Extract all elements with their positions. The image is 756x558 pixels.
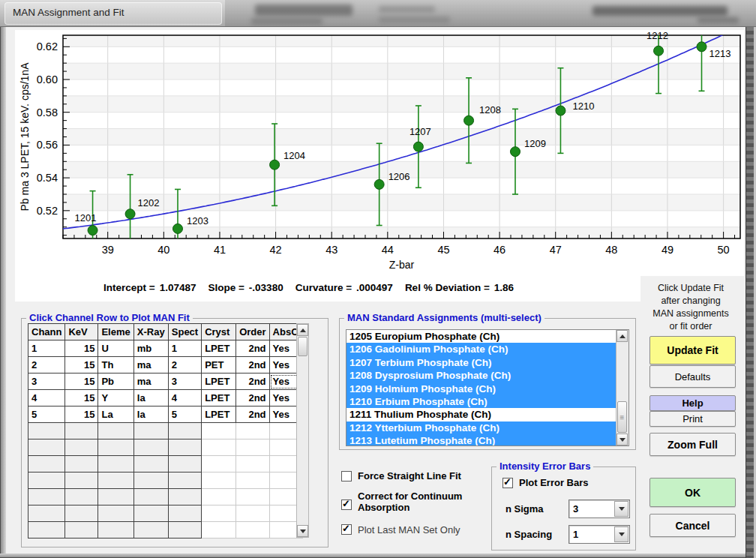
man-fit-plot: 3940414243444546474849500.520.540.560.58… [15, 30, 744, 276]
assignment-item[interactable]: 1207 Terbium Phosphate (Ch) [346, 356, 616, 369]
background-window-blur [255, 4, 352, 16]
assignments-listbox[interactable]: 1205 Europium Phosphate (Ch)1206 Gadolin… [346, 329, 629, 446]
table-cell: 1 [168, 340, 201, 357]
svg-text:40: 40 [158, 244, 170, 256]
table-cell: 15 [65, 390, 98, 406]
ok-button[interactable]: OK [650, 478, 736, 507]
table-cell: 1 [28, 340, 65, 357]
n-spacing-select[interactable]: 1 [568, 525, 630, 544]
assignment-item[interactable]: 1211 Thulium Phosphate (Ch) [346, 408, 616, 421]
svg-text:Pb ma 3 LPET, 15 keV. cps/1nA: Pb ma 3 LPET, 15 keV. cps/1nA [19, 62, 31, 212]
assignment-item[interactable]: 1208 Dysprosium Phosphate (Ch) [346, 369, 616, 382]
channel-row[interactable]: 315Pbma3LPET2ndYes [28, 374, 303, 390]
assignments-group-title: MAN Standard Assignments (multi-select) [344, 312, 544, 323]
point-label-1212: 1212 [646, 30, 668, 41]
data-point-1206 [374, 179, 384, 189]
point-label-1204: 1204 [284, 150, 305, 161]
table-cell: 2nd [236, 357, 269, 374]
n-sigma-select[interactable]: 3 [568, 500, 630, 518]
assignment-item[interactable]: 1210 Erbium Phosphate (Ch) [346, 395, 616, 408]
dialog-body: 3940414243444546474849500.520.540.560.58… [6, 27, 746, 554]
help-button[interactable]: Help [650, 395, 736, 411]
man-assignment-dialog: MAN Assignment and Fit 39404142434445464… [0, 0, 756, 558]
scrollbar-thumb[interactable]: ≡ [617, 401, 627, 433]
curvature-label: Curvature = [296, 282, 352, 293]
intensity-error-bars-title: Intensity Error Bars [496, 460, 593, 472]
continuum-absorption-checkbox[interactable] [341, 500, 352, 510]
scroll-up-icon[interactable] [616, 330, 628, 342]
assignment-item[interactable]: 1205 Europium Phosphate (Ch) [346, 330, 616, 343]
scroll-up-icon[interactable] [297, 324, 308, 336]
table-cell: 15 [65, 357, 98, 374]
table-cell: ma [134, 374, 168, 390]
channel-table-scrollbar[interactable] [296, 323, 309, 538]
data-point-1210 [556, 106, 566, 116]
column-header: KeV [65, 324, 98, 340]
table-cell: 2 [168, 357, 201, 374]
svg-text:0.52: 0.52 [37, 205, 58, 217]
force-straight-line-label: Force Straight Line Fit [358, 470, 461, 482]
table-cell: 4 [168, 390, 201, 406]
chevron-down-icon[interactable] [614, 526, 628, 542]
n-spacing-label: n Spacing [506, 529, 552, 540]
slope-value: -.03380 [249, 282, 284, 293]
point-label-1208: 1208 [479, 104, 501, 116]
channel-row[interactable]: 515Lala5LPET2ndYes [28, 406, 303, 423]
defaults-button[interactable]: Defaults [650, 365, 736, 388]
scrollbar-thumb[interactable] [298, 337, 308, 356]
assignment-item[interactable]: 1212 Ytterbium Phosphate (Ch) [346, 422, 616, 434]
empty-row [28, 506, 303, 522]
plot-last-man-set-checkbox[interactable] [341, 524, 352, 535]
scroll-down-icon[interactable] [297, 525, 308, 537]
zoom-full-button[interactable]: Zoom Full [650, 433, 736, 456]
data-point-1201 [88, 226, 98, 236]
table-cell: 15 [65, 340, 98, 357]
scroll-down-icon[interactable] [616, 434, 628, 446]
assignment-item[interactable]: 1206 Gadolinium Phosphate (Ch) [346, 343, 616, 356]
assignment-item[interactable]: 1213 Lutetium Phosphate (Ch) [346, 434, 616, 446]
data-point-1202 [125, 209, 135, 219]
table-cell: mb [134, 340, 168, 357]
slope-label: Slope = [208, 282, 244, 293]
point-label-1213: 1213 [710, 48, 731, 59]
force-straight-line-checkbox[interactable] [341, 471, 352, 482]
svg-text:39: 39 [102, 244, 114, 256]
svg-text:0.56: 0.56 [37, 139, 58, 151]
assignment-item[interactable]: 1209 Holmium Phosphate (Ch) [346, 382, 616, 395]
window-frame [0, 27, 6, 558]
svg-text:43: 43 [326, 244, 338, 256]
table-cell: ma [134, 357, 168, 374]
channel-row[interactable]: 115Umb1LPET2ndYes [28, 340, 303, 357]
man-fit-chart-panel: 3940414243444546474849500.520.540.560.58… [15, 30, 744, 276]
titlebar[interactable]: MAN Assignment and Fit [0, 0, 756, 27]
empty-row [28, 423, 303, 440]
chevron-down-icon[interactable] [614, 501, 628, 517]
fit-statistics: Intercept =1.07487Slope =-.03380Curvatur… [15, 276, 640, 302]
background-window-blur [379, 16, 450, 23]
background-window-blur [698, 17, 739, 23]
print-button[interactable]: Print [650, 411, 736, 427]
update-fit-button[interactable]: Update Fit [650, 336, 736, 364]
channel-group: Click Channel Row to Plot MAN Fit ChannK… [21, 318, 328, 548]
plot-error-bars-checkbox[interactable] [502, 478, 513, 488]
point-label-1201: 1201 [75, 212, 97, 224]
data-point-1212 [654, 46, 664, 56]
channel-row[interactable]: 415Yla4LPET2ndYes [28, 390, 303, 406]
window-frame [0, 554, 746, 558]
assignments-group: MAN Standard Assignments (multi-select) … [339, 318, 636, 450]
point-label-1210: 1210 [572, 100, 594, 112]
n-sigma-label: n Sigma [506, 503, 544, 514]
assignments-scrollbar[interactable]: ≡ [616, 330, 628, 446]
svg-text:44: 44 [382, 244, 394, 256]
cancel-button[interactable]: Cancel [650, 514, 736, 537]
table-header-row: ChannKeVElemeX-RaySpectCrystOrderAbsC [28, 324, 303, 340]
svg-text:48: 48 [605, 244, 617, 256]
svg-text:42: 42 [270, 244, 282, 256]
channel-row[interactable]: 215Thma2PET2ndYes [28, 357, 303, 374]
table-cell: LPET [202, 406, 236, 423]
empty-row [28, 489, 303, 506]
table-cell: LPET [202, 340, 236, 357]
svg-text:45: 45 [437, 244, 449, 256]
point-label-1203: 1203 [187, 215, 208, 226]
window-title: MAN Assignment and Fit [13, 7, 124, 18]
